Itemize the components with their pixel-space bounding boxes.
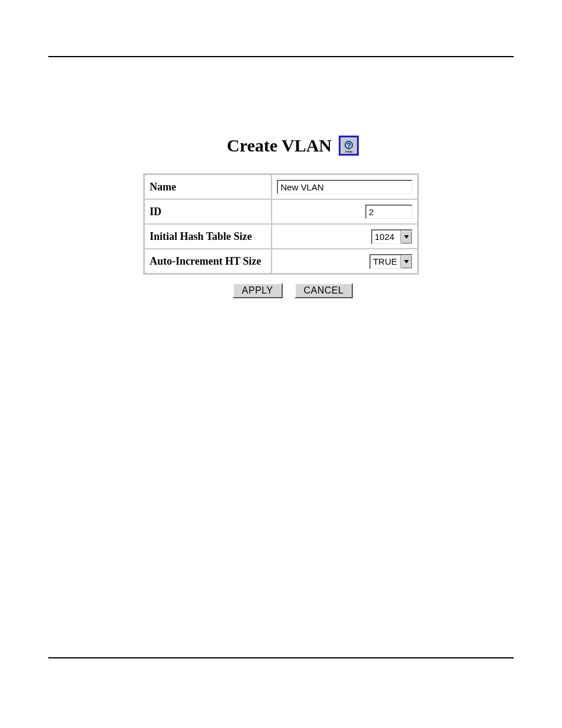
form-table: Name ID Initial Hash Table Size 1024 <box>143 173 419 275</box>
svg-marker-2 <box>404 235 409 239</box>
id-input[interactable] <box>365 205 412 219</box>
cancel-button[interactable]: CANCEL <box>295 283 353 298</box>
bottom-rule <box>48 657 514 658</box>
svg-marker-3 <box>404 260 409 263</box>
auto-inc-value: TRUE <box>371 255 401 268</box>
hash-size-select[interactable]: 1024 <box>371 229 412 244</box>
help-icon-label: Help <box>340 150 357 153</box>
title-row: Create VLAN Help <box>227 136 359 156</box>
row-name: Name <box>144 174 418 199</box>
svg-point-1 <box>348 147 349 148</box>
label-hash-size: Initial Hash Table Size <box>144 224 272 249</box>
row-auto-inc: Auto-Increment HT Size TRUE <box>144 249 418 274</box>
label-auto-inc: Auto-Increment HT Size <box>144 249 272 274</box>
hash-size-value: 1024 <box>372 230 401 243</box>
apply-button[interactable]: APPLY <box>233 283 283 298</box>
page-title: Create VLAN <box>227 136 332 156</box>
auto-inc-select[interactable]: TRUE <box>369 254 412 269</box>
label-name: Name <box>144 174 272 199</box>
name-input[interactable] <box>277 180 412 194</box>
button-row: APPLY CANCEL <box>233 283 353 298</box>
main-content: Create VLAN Help Name ID <box>0 136 562 298</box>
top-rule <box>48 56 514 57</box>
label-id: ID <box>144 199 272 224</box>
row-hash-size: Initial Hash Table Size 1024 <box>144 224 418 249</box>
help-button[interactable]: Help <box>339 136 359 156</box>
chevron-down-icon <box>401 255 412 268</box>
chevron-down-icon <box>401 230 412 243</box>
row-id: ID <box>144 199 418 224</box>
